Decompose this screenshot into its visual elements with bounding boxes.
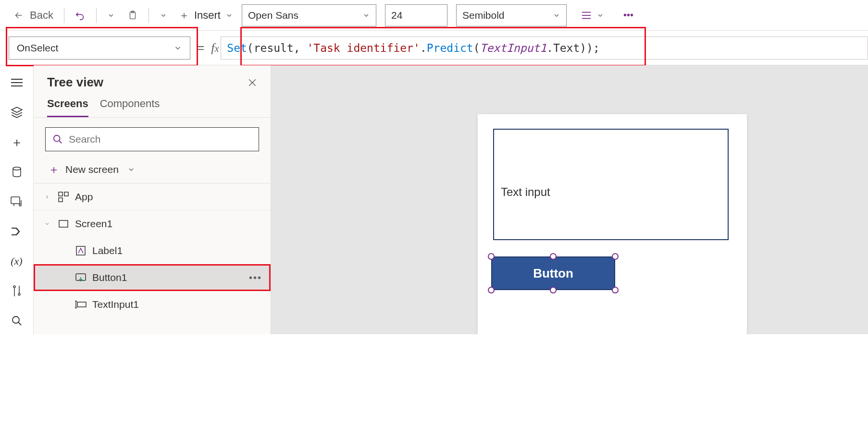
formula-token: 'Task identifier': [307, 42, 420, 54]
svg-rect-27: [77, 302, 86, 307]
highlight-box: [34, 264, 271, 291]
data-icon: [11, 166, 23, 178]
variables-rail-button[interactable]: (x): [3, 248, 30, 275]
tree-item-label: Label1: [92, 245, 123, 256]
media-icon: [11, 196, 23, 207]
formula-token: Set: [227, 42, 247, 54]
property-value: OnSelect: [17, 42, 58, 54]
textinput-value: Text input: [501, 185, 550, 198]
font-weight-select[interactable]: Semibold: [456, 4, 567, 26]
close-panel-button[interactable]: [248, 78, 257, 87]
selection-handle[interactable]: [488, 287, 495, 293]
formula-token: .Text));: [546, 42, 600, 54]
chevron-down-icon: [174, 44, 182, 52]
flow-icon: [11, 226, 23, 237]
undo-button[interactable]: [70, 6, 90, 25]
tree-item-textinput1[interactable]: TextInput1: [34, 291, 271, 318]
tree-item-label: Button1: [92, 272, 127, 283]
screen-preview[interactable]: Text input Button: [478, 114, 747, 334]
tree-item-label: App: [75, 191, 93, 203]
tree-item-label: Screen1: [75, 218, 112, 230]
font-size-input[interactable]: 24: [385, 4, 447, 26]
plus-icon: ＋: [11, 134, 23, 151]
formula-token: Predict: [427, 42, 473, 54]
svg-point-19: [54, 135, 60, 142]
tree-title: Tree view: [47, 75, 103, 90]
textinput-control[interactable]: Text input: [493, 129, 729, 240]
formula-input[interactable]: Set(result, 'Task identifier'.Predict(Te…: [221, 37, 868, 60]
label-icon: [75, 246, 87, 256]
font-weight-value: Semibold: [462, 10, 505, 21]
svg-line-20: [59, 141, 62, 144]
paste-button[interactable]: [123, 6, 143, 25]
selection-handle[interactable]: [488, 253, 495, 260]
left-rail: ＋ (x): [0, 65, 34, 334]
selection-handle[interactable]: [612, 253, 619, 260]
svg-rect-24: [59, 220, 68, 227]
search-input[interactable]: [69, 134, 252, 145]
tools-rail-button[interactable]: [3, 278, 30, 304]
chevron-down-icon: [160, 12, 167, 19]
font-family-value: Open Sans: [248, 10, 298, 21]
tree-item-app[interactable]: App: [34, 183, 271, 210]
svg-point-10: [19, 204, 21, 206]
button-control[interactable]: Button: [491, 256, 615, 290]
tab-screens[interactable]: Screens: [47, 97, 88, 117]
undo-dropdown[interactable]: [102, 6, 120, 25]
button-control-selection: Button: [491, 256, 615, 290]
new-screen-button[interactable]: ＋ New screen: [34, 156, 271, 183]
insert-button[interactable]: ＋ Insert: [179, 8, 233, 23]
tree-search[interactable]: [45, 127, 259, 151]
tree-item-button1[interactable]: Button1 •••: [34, 264, 271, 291]
selection-handle[interactable]: [612, 287, 619, 293]
divider: [64, 8, 64, 23]
divider: [96, 8, 97, 23]
textinput-icon: [75, 301, 87, 308]
svg-point-15: [12, 316, 19, 323]
clipboard-icon: [127, 9, 138, 22]
insert-label: Insert: [194, 9, 221, 22]
flows-rail-button[interactable]: [3, 218, 30, 245]
more-button[interactable]: •••: [619, 6, 638, 25]
chevron-down-icon: [42, 221, 52, 227]
svg-rect-21: [59, 192, 62, 196]
hamburger-icon: [11, 78, 23, 87]
formula-bar-row: OnSelect = fx Set(result, 'Task identifi…: [0, 31, 868, 65]
chevron-down-icon: [553, 12, 560, 19]
search-rail-button[interactable]: [3, 307, 30, 334]
chevron-right-icon: [42, 194, 52, 200]
tree-item-label1[interactable]: Label1: [34, 237, 271, 264]
data-rail-button[interactable]: [3, 158, 30, 185]
button-label: Button: [533, 266, 573, 281]
new-screen-label: New screen: [65, 164, 119, 175]
canvas[interactable]: Text input Button: [271, 65, 868, 334]
more-button[interactable]: •••: [249, 272, 262, 283]
font-family-select[interactable]: Open Sans: [242, 4, 376, 26]
back-button[interactable]: Back: [9, 6, 58, 25]
tree-item-screen1[interactable]: Screen1: [34, 210, 271, 237]
tree-view-panel: Tree view Screens Components ＋ New scree…: [34, 65, 271, 334]
tab-components[interactable]: Components: [100, 97, 160, 117]
formula-token: .: [420, 42, 427, 54]
selection-handle[interactable]: [550, 253, 557, 260]
svg-line-16: [18, 322, 21, 325]
insert-rail-button[interactable]: ＋: [3, 129, 30, 156]
tools-icon: [12, 285, 22, 297]
fx-icon: fx: [211, 41, 219, 55]
svg-point-8: [13, 167, 21, 170]
chevron-down-icon: [362, 12, 370, 19]
align-dropdown[interactable]: [576, 6, 609, 25]
arrow-left-icon: [13, 10, 24, 21]
property-select[interactable]: OnSelect: [9, 37, 190, 60]
paste-dropdown[interactable]: [155, 6, 172, 25]
selection-handle[interactable]: [550, 287, 557, 293]
svg-rect-9: [11, 197, 20, 204]
formula-token: TextInput1: [480, 42, 546, 54]
media-rail-button[interactable]: [3, 188, 30, 215]
formula-token: (result,: [247, 42, 307, 54]
hamburger-button[interactable]: [3, 69, 30, 96]
plus-icon: ＋: [48, 162, 60, 177]
layers-icon: [11, 106, 23, 119]
ellipsis-icon: •••: [623, 10, 633, 21]
tree-view-button[interactable]: [3, 99, 30, 126]
